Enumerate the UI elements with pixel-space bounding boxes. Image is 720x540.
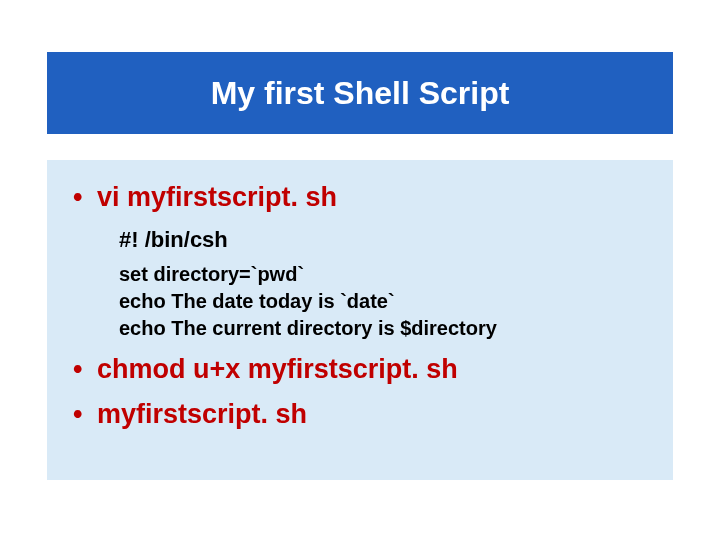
code-block: set directory=`pwd` echo The date today … [73, 261, 647, 342]
bullet-text-1: vi myfirstscript. sh [97, 182, 337, 212]
bullet-dot-icon: • [73, 182, 97, 213]
code-line-2: echo The date today is `date` [119, 288, 647, 315]
bullet-item-2: •chmod u+x myfirstscript. sh [73, 354, 647, 385]
bullet-dot-icon: • [73, 399, 97, 430]
code-line-3: echo The current directory is $directory [119, 315, 647, 342]
bullet-text-2: chmod u+x myfirstscript. sh [97, 354, 458, 384]
bullet-dot-icon: • [73, 354, 97, 385]
bullet-item-3: •myfirstscript. sh [73, 399, 647, 430]
content-box: •vi myfirstscript. sh #! /bin/csh set di… [47, 160, 673, 480]
title-bar: My first Shell Script [47, 52, 673, 134]
bullet-text-3: myfirstscript. sh [97, 399, 307, 429]
shebang-line: #! /bin/csh [119, 227, 647, 253]
code-line-1: set directory=`pwd` [119, 261, 647, 288]
slide: My first Shell Script •vi myfirstscript.… [0, 0, 720, 540]
bullet-item-1: •vi myfirstscript. sh [73, 182, 647, 213]
slide-title: My first Shell Script [211, 75, 510, 112]
